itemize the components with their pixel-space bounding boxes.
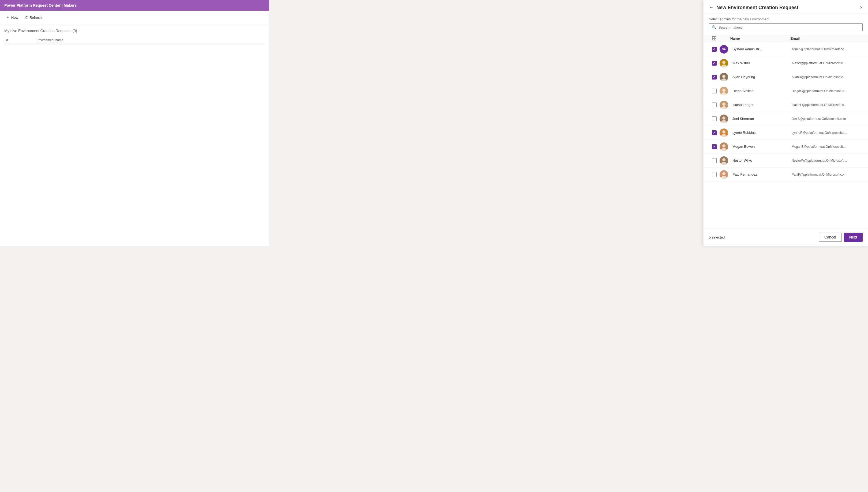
app-title: Power Platform Request Center | Makers (4, 3, 77, 7)
top-bar: Power Platform Request Center | Makers (0, 0, 269, 11)
plus-icon: ＋ (6, 15, 10, 20)
new-label: New (11, 16, 18, 20)
refresh-icon: ↺ (25, 15, 28, 20)
new-button[interactable]: ＋ New (3, 14, 21, 21)
toolbar: ＋ New ↺ Refresh (0, 11, 269, 24)
content-area: My Live Environment Creation Requests (0… (0, 24, 269, 246)
table-header: Id Environment name (4, 36, 265, 44)
col-id-header: Id (4, 38, 37, 42)
refresh-button[interactable]: ↺ Refresh (22, 14, 45, 21)
refresh-label: Refresh (29, 16, 42, 20)
section-title: My Live Environment Creation Requests (0… (4, 29, 265, 33)
col-env-header: Environment name (37, 38, 265, 42)
